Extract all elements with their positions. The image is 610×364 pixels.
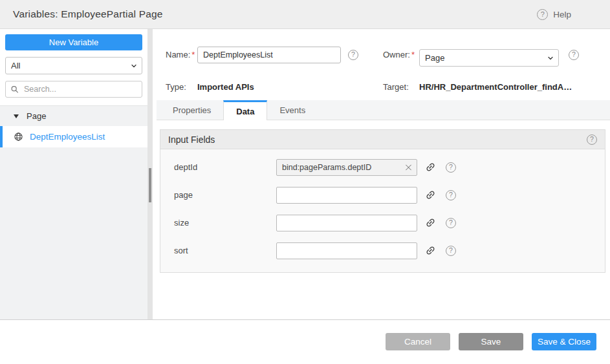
tab-data[interactable]: Data bbox=[223, 100, 267, 120]
page-title: Variables: EmployeePartial Page bbox=[13, 8, 163, 20]
tabbar: Properties Data Events bbox=[157, 100, 610, 120]
target-field-cell: Target: HR/HR_DepartmentController_findA… bbox=[383, 82, 601, 92]
search-wrap bbox=[5, 81, 142, 98]
input-fields-rows: deptId ? bbox=[160, 149, 605, 272]
page-input-wrap bbox=[276, 187, 417, 204]
type-label: Type: bbox=[166, 82, 197, 92]
bind-link-icon[interactable] bbox=[425, 245, 436, 256]
required-asterisk: * bbox=[411, 50, 415, 59]
size-input[interactable] bbox=[276, 215, 417, 231]
required-asterisk: * bbox=[191, 50, 195, 59]
input-fields-header: Input Fields ? bbox=[160, 130, 605, 149]
input-fields-help-icon[interactable]: ? bbox=[587, 134, 597, 145]
field-row-page: page ? bbox=[160, 181, 605, 209]
variables-dialog: Variables: EmployeePartial Page ? Help N… bbox=[0, 0, 610, 364]
field-label: deptId bbox=[174, 162, 276, 172]
form-row-2: Type: Imported APIs Target: HR/HR_Depart… bbox=[166, 82, 601, 92]
sidebar: New Variable All bbox=[0, 29, 147, 319]
main-panel: Name:* ? Owner:* Page bbox=[157, 29, 610, 319]
field-help-icon[interactable]: ? bbox=[446, 190, 456, 200]
name-input[interactable] bbox=[197, 47, 341, 63]
target-value: HR/HR_DepartmentController_findAss… bbox=[419, 82, 574, 92]
scrollbar-thumb[interactable] bbox=[149, 168, 151, 202]
bind-link-icon[interactable] bbox=[425, 217, 436, 228]
name-field-cell: Name:* ? bbox=[166, 47, 383, 63]
type-field-cell: Type: Imported APIs bbox=[166, 82, 383, 92]
help-icon: ? bbox=[537, 9, 548, 20]
input-fields-title: Input Fields bbox=[168, 134, 215, 145]
help-label: Help bbox=[553, 10, 571, 19]
owner-help-icon[interactable]: ? bbox=[569, 50, 579, 60]
search-input[interactable] bbox=[5, 81, 142, 98]
tree-group-label: Page bbox=[27, 111, 46, 121]
owner-label: Owner:* bbox=[383, 50, 419, 59]
owner-select[interactable]: Page bbox=[419, 49, 559, 67]
deptid-input-wrap bbox=[276, 159, 417, 176]
field-help-icon[interactable]: ? bbox=[446, 246, 456, 256]
target-label: Target: bbox=[383, 82, 419, 92]
save-close-button[interactable]: Save & Close bbox=[532, 333, 596, 350]
cancel-button[interactable]: Cancel bbox=[386, 333, 450, 350]
field-row-sort: sort ? bbox=[160, 237, 605, 264]
caret-down-icon bbox=[14, 114, 19, 118]
form-row-1: Name:* ? Owner:* Page bbox=[166, 43, 601, 67]
field-help-icon[interactable]: ? bbox=[446, 162, 456, 173]
variable-form: Name:* ? Owner:* Page bbox=[157, 29, 610, 100]
sidebar-controls: New Variable All bbox=[0, 29, 147, 105]
titlebar: Variables: EmployeePartial Page ? Help bbox=[0, 0, 610, 29]
tab-events[interactable]: Events bbox=[267, 100, 318, 120]
field-help-icon[interactable]: ? bbox=[446, 218, 456, 228]
search-icon bbox=[10, 85, 19, 94]
bind-link-icon[interactable] bbox=[425, 189, 436, 200]
variables-tree: Page DeptEmployeesList bbox=[0, 105, 147, 319]
dialog-footer: Cancel Save Save & Close bbox=[0, 319, 610, 364]
new-variable-button[interactable]: New Variable bbox=[5, 34, 142, 50]
filter-select[interactable]: All bbox=[5, 57, 142, 74]
deptid-input[interactable] bbox=[276, 159, 417, 176]
type-value: Imported APIs bbox=[197, 82, 254, 92]
dialog-body: New Variable All bbox=[0, 29, 610, 319]
name-label: Name:* bbox=[166, 50, 197, 59]
field-label: sort bbox=[174, 246, 276, 255]
save-button[interactable]: Save bbox=[459, 333, 523, 350]
bind-link-icon[interactable] bbox=[425, 162, 436, 173]
page-input[interactable] bbox=[276, 187, 417, 204]
help-link[interactable]: ? Help bbox=[537, 9, 571, 20]
name-help-icon[interactable]: ? bbox=[348, 50, 358, 60]
data-tab-content: Input Fields ? deptId bbox=[157, 120, 610, 319]
size-input-wrap bbox=[276, 215, 417, 231]
field-row-deptid: deptId ? bbox=[160, 153, 605, 181]
clear-binding-icon[interactable] bbox=[403, 162, 414, 173]
owner-select-wrap: Page bbox=[419, 49, 559, 67]
sort-input-wrap bbox=[276, 242, 417, 259]
field-label: page bbox=[174, 190, 276, 200]
owner-field-cell: Owner:* Page ? bbox=[383, 43, 601, 67]
tree-item-deptemployeeslist[interactable]: DeptEmployeesList bbox=[0, 126, 147, 147]
field-row-size: size ? bbox=[160, 209, 605, 237]
sort-input[interactable] bbox=[276, 242, 417, 259]
input-fields-panel: Input Fields ? deptId bbox=[160, 129, 605, 273]
field-label: size bbox=[174, 218, 276, 228]
sidebar-scrollbar[interactable] bbox=[147, 29, 153, 319]
tree-item-label: DeptEmployeesList bbox=[30, 132, 105, 142]
globe-icon bbox=[14, 132, 23, 142]
tab-properties[interactable]: Properties bbox=[160, 100, 223, 120]
tree-group-page[interactable]: Page bbox=[0, 106, 147, 126]
filter-select-wrap: All bbox=[5, 57, 142, 74]
